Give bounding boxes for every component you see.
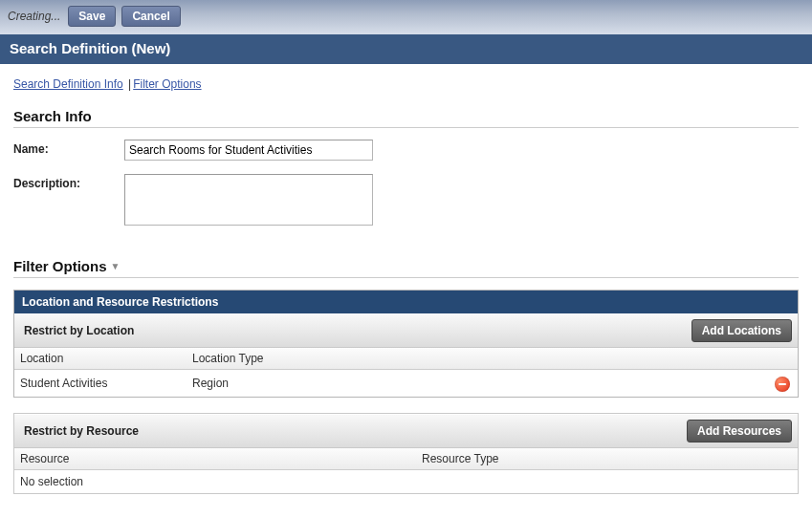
location-cell: Student Activities: [14, 370, 187, 398]
name-label: Name:: [13, 140, 124, 161]
add-locations-button[interactable]: Add Locations: [691, 319, 792, 342]
resources-col-resource: Resource: [14, 448, 416, 470]
description-input[interactable]: [124, 174, 373, 226]
locations-col-actions: [769, 348, 798, 370]
table-row: No selection: [14, 470, 798, 494]
nav-link-info[interactable]: Search Definition Info: [13, 77, 123, 91]
restrict-by-resource-title: Restrict by Resource: [24, 424, 139, 438]
save-button[interactable]: Save: [68, 6, 116, 27]
location-type-cell: Region: [187, 370, 349, 398]
search-info-heading-text: Search Info: [13, 108, 92, 124]
filter-options-heading[interactable]: Filter Options ▼: [13, 258, 799, 278]
locations-table: Location Location Type Student Activitie…: [14, 348, 798, 397]
restrict-by-location-panel: Restrict by Location Add Locations Locat…: [14, 313, 798, 397]
search-info-heading: Search Info: [13, 108, 799, 128]
name-input[interactable]: [124, 140, 373, 161]
cancel-button[interactable]: Cancel: [121, 6, 180, 27]
resources-table: Resource Resource Type No selection: [14, 448, 798, 493]
remove-icon[interactable]: [775, 377, 790, 392]
restrict-by-location-title: Restrict by Location: [24, 324, 134, 337]
top-toolbar: Creating... Save Cancel: [0, 0, 812, 34]
add-resources-button[interactable]: Add Resources: [687, 420, 792, 442]
restrict-by-location-header: Restrict by Location Add Locations: [14, 313, 798, 348]
resources-col-type: Resource Type: [416, 448, 769, 470]
restrictions-panel: Location and Resource Restrictions Restr…: [13, 290, 799, 398]
filter-options-heading-text: Filter Options: [13, 258, 107, 274]
locations-col-spacer: [349, 348, 769, 370]
status-text: Creating...: [8, 10, 60, 23]
table-row: Student Activities Region: [14, 370, 798, 398]
locations-col-location: Location: [14, 348, 187, 370]
restrict-by-resource-header: Restrict by Resource Add Resources: [14, 414, 798, 448]
nav-link-filter[interactable]: Filter Options: [133, 77, 201, 91]
no-selection-cell: No selection: [14, 470, 798, 494]
resources-col-actions: [769, 448, 798, 470]
chevron-down-icon: ▼: [111, 261, 121, 271]
description-row: Description:: [13, 174, 799, 226]
page-title: Search Definition (New): [0, 34, 812, 64]
section-nav: Search Definition Info |Filter Options: [13, 77, 799, 91]
description-label: Description:: [13, 174, 124, 226]
restrict-by-resource-panel: Restrict by Resource Add Resources Resou…: [13, 413, 799, 494]
restrictions-panel-title: Location and Resource Restrictions: [14, 291, 798, 313]
locations-col-type: Location Type: [187, 348, 349, 370]
name-row: Name:: [13, 140, 799, 161]
